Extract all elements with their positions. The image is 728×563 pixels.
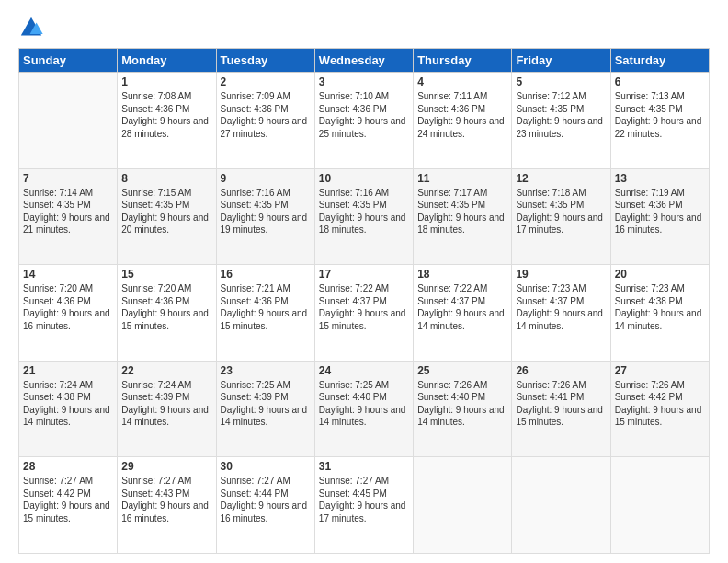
calendar-day-cell: 6Sunrise: 7:13 AMSunset: 4:35 PMDaylight…: [610, 73, 709, 169]
calendar-day-cell: 2Sunrise: 7:09 AMSunset: 4:36 PMDaylight…: [216, 73, 314, 169]
day-detail: Sunrise: 7:08 AMSunset: 4:36 PMDaylight:…: [121, 90, 211, 140]
calendar-day-cell: 24Sunrise: 7:25 AMSunset: 4:40 PMDayligh…: [314, 361, 413, 457]
day-number: 30: [221, 460, 311, 473]
calendar-day-cell: 12Sunrise: 7:18 AMSunset: 4:35 PMDayligh…: [512, 168, 610, 265]
calendar-day-cell: 3Sunrise: 7:10 AMSunset: 4:36 PMDaylight…: [314, 73, 413, 169]
calendar-day-cell: 20Sunrise: 7:23 AMSunset: 4:38 PMDayligh…: [610, 265, 709, 362]
weekday-header: Thursday: [414, 49, 512, 73]
weekday-header: Friday: [512, 49, 610, 73]
calendar-week-row: 28Sunrise: 7:27 AMSunset: 4:42 PMDayligh…: [19, 457, 710, 554]
day-number: 2: [221, 75, 311, 88]
weekday-header-row: SundayMondayTuesdayWednesdayThursdayFrid…: [19, 49, 710, 73]
day-detail: Sunrise: 7:26 AMSunset: 4:42 PMDaylight:…: [615, 379, 705, 429]
day-detail: Sunrise: 7:23 AMSunset: 4:37 PMDaylight:…: [516, 282, 606, 332]
day-number: 10: [319, 172, 409, 185]
calendar-day-cell: [610, 457, 709, 554]
weekday-header: Sunday: [19, 49, 118, 73]
calendar-day-cell: 19Sunrise: 7:23 AMSunset: 4:37 PMDayligh…: [512, 265, 610, 362]
calendar-day-cell: 21Sunrise: 7:24 AMSunset: 4:38 PMDayligh…: [19, 361, 118, 457]
day-detail: Sunrise: 7:20 AMSunset: 4:36 PMDaylight:…: [23, 282, 113, 332]
day-number: 7: [23, 172, 113, 185]
day-number: 3: [319, 75, 409, 88]
day-number: 6: [615, 75, 705, 88]
day-detail: Sunrise: 7:23 AMSunset: 4:38 PMDaylight:…: [615, 282, 705, 332]
calendar-day-cell: [19, 73, 118, 169]
calendar-day-cell: [414, 457, 512, 554]
calendar-table: SundayMondayTuesdayWednesdayThursdayFrid…: [18, 48, 710, 554]
day-detail: Sunrise: 7:24 AMSunset: 4:39 PMDaylight:…: [121, 379, 211, 429]
calendar-day-cell: 13Sunrise: 7:19 AMSunset: 4:36 PMDayligh…: [610, 168, 709, 265]
day-number: 1: [121, 75, 211, 88]
day-number: 13: [615, 172, 705, 185]
day-detail: Sunrise: 7:12 AMSunset: 4:35 PMDaylight:…: [516, 90, 606, 140]
day-number: 14: [23, 268, 113, 281]
day-detail: Sunrise: 7:20 AMSunset: 4:36 PMDaylight:…: [121, 282, 211, 332]
day-detail: Sunrise: 7:19 AMSunset: 4:36 PMDaylight:…: [615, 187, 705, 236]
day-detail: Sunrise: 7:26 AMSunset: 4:40 PMDaylight:…: [417, 379, 507, 429]
calendar-day-cell: 5Sunrise: 7:12 AMSunset: 4:35 PMDaylight…: [512, 73, 610, 169]
day-detail: Sunrise: 7:11 AMSunset: 4:36 PMDaylight:…: [417, 90, 507, 140]
calendar-day-cell: 7Sunrise: 7:14 AMSunset: 4:35 PMDaylight…: [19, 168, 118, 265]
calendar-day-cell: 15Sunrise: 7:20 AMSunset: 4:36 PMDayligh…: [118, 265, 216, 362]
day-detail: Sunrise: 7:26 AMSunset: 4:41 PMDaylight:…: [516, 379, 606, 429]
day-detail: Sunrise: 7:27 AMSunset: 4:45 PMDaylight:…: [319, 475, 409, 524]
day-number: 20: [615, 268, 705, 281]
weekday-header: Wednesday: [314, 49, 413, 73]
day-detail: Sunrise: 7:10 AMSunset: 4:36 PMDaylight:…: [319, 90, 409, 140]
weekday-header: Monday: [118, 49, 216, 73]
day-number: 4: [417, 75, 507, 88]
day-number: 23: [221, 364, 311, 377]
day-detail: Sunrise: 7:21 AMSunset: 4:36 PMDaylight:…: [221, 282, 311, 332]
day-number: 17: [319, 268, 409, 281]
calendar-week-row: 7Sunrise: 7:14 AMSunset: 4:35 PMDaylight…: [19, 168, 710, 265]
calendar-week-row: 1Sunrise: 7:08 AMSunset: 4:36 PMDaylight…: [19, 73, 710, 169]
day-detail: Sunrise: 7:27 AMSunset: 4:42 PMDaylight:…: [23, 475, 113, 524]
day-detail: Sunrise: 7:14 AMSunset: 4:35 PMDaylight:…: [23, 187, 113, 236]
day-number: 21: [23, 364, 113, 377]
day-number: 27: [615, 364, 705, 377]
logo: [18, 15, 48, 40]
day-number: 25: [417, 364, 507, 377]
header: [18, 15, 710, 40]
day-number: 11: [417, 172, 507, 185]
day-detail: Sunrise: 7:16 AMSunset: 4:35 PMDaylight:…: [221, 187, 311, 236]
calendar-day-cell: 29Sunrise: 7:27 AMSunset: 4:43 PMDayligh…: [118, 457, 216, 554]
calendar-day-cell: 31Sunrise: 7:27 AMSunset: 4:45 PMDayligh…: [314, 457, 413, 554]
day-detail: Sunrise: 7:13 AMSunset: 4:35 PMDaylight:…: [615, 90, 705, 140]
calendar-week-row: 21Sunrise: 7:24 AMSunset: 4:38 PMDayligh…: [19, 361, 710, 457]
day-number: 29: [121, 460, 211, 473]
calendar-day-cell: 23Sunrise: 7:25 AMSunset: 4:39 PMDayligh…: [216, 361, 314, 457]
day-detail: Sunrise: 7:25 AMSunset: 4:40 PMDaylight:…: [319, 379, 409, 429]
day-detail: Sunrise: 7:25 AMSunset: 4:39 PMDaylight:…: [221, 379, 311, 429]
day-detail: Sunrise: 7:22 AMSunset: 4:37 PMDaylight:…: [319, 282, 409, 332]
logo-icon: [18, 15, 44, 40]
day-detail: Sunrise: 7:17 AMSunset: 4:35 PMDaylight:…: [417, 187, 507, 236]
calendar-day-cell: 11Sunrise: 7:17 AMSunset: 4:35 PMDayligh…: [414, 168, 512, 265]
day-detail: Sunrise: 7:18 AMSunset: 4:35 PMDaylight:…: [516, 187, 606, 236]
day-detail: Sunrise: 7:27 AMSunset: 4:43 PMDaylight:…: [121, 475, 211, 524]
calendar-week-row: 14Sunrise: 7:20 AMSunset: 4:36 PMDayligh…: [19, 265, 710, 362]
calendar-day-cell: 16Sunrise: 7:21 AMSunset: 4:36 PMDayligh…: [216, 265, 314, 362]
calendar-day-cell: 17Sunrise: 7:22 AMSunset: 4:37 PMDayligh…: [314, 265, 413, 362]
day-number: 26: [516, 364, 606, 377]
calendar-day-cell: 14Sunrise: 7:20 AMSunset: 4:36 PMDayligh…: [19, 265, 118, 362]
day-detail: Sunrise: 7:24 AMSunset: 4:38 PMDaylight:…: [23, 379, 113, 429]
day-detail: Sunrise: 7:15 AMSunset: 4:35 PMDaylight:…: [121, 187, 211, 236]
weekday-header: Saturday: [610, 49, 709, 73]
calendar-day-cell: 22Sunrise: 7:24 AMSunset: 4:39 PMDayligh…: [118, 361, 216, 457]
day-number: 22: [121, 364, 211, 377]
day-number: 28: [23, 460, 113, 473]
page: SundayMondayTuesdayWednesdayThursdayFrid…: [0, 0, 728, 563]
day-number: 15: [121, 268, 211, 281]
calendar-day-cell: 18Sunrise: 7:22 AMSunset: 4:37 PMDayligh…: [414, 265, 512, 362]
weekday-header: Tuesday: [216, 49, 314, 73]
day-number: 31: [319, 460, 409, 473]
day-number: 9: [221, 172, 311, 185]
calendar-day-cell: 8Sunrise: 7:15 AMSunset: 4:35 PMDaylight…: [118, 168, 216, 265]
calendar-day-cell: 28Sunrise: 7:27 AMSunset: 4:42 PMDayligh…: [19, 457, 118, 554]
day-detail: Sunrise: 7:27 AMSunset: 4:44 PMDaylight:…: [221, 475, 311, 524]
day-number: 24: [319, 364, 409, 377]
calendar-day-cell: 4Sunrise: 7:11 AMSunset: 4:36 PMDaylight…: [414, 73, 512, 169]
calendar-day-cell: 26Sunrise: 7:26 AMSunset: 4:41 PMDayligh…: [512, 361, 610, 457]
day-number: 19: [516, 268, 606, 281]
